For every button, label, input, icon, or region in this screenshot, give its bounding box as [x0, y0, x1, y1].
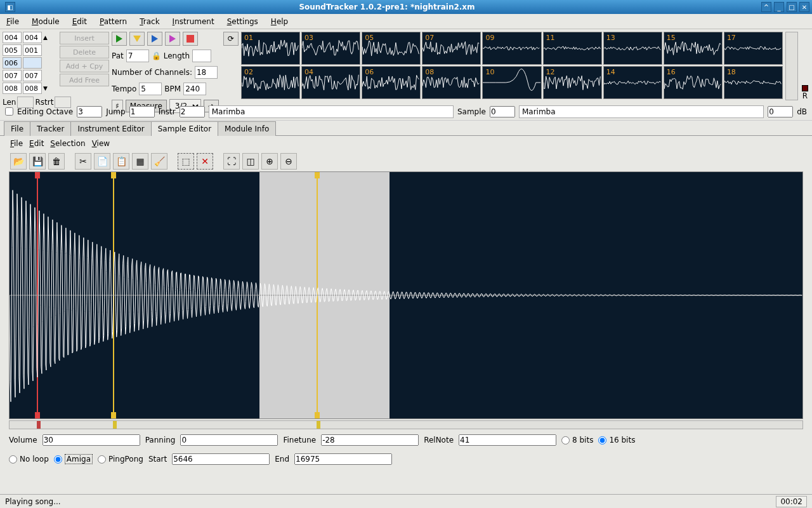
pattern-cell-15[interactable]: 15 [664, 32, 723, 65]
add-copy-button[interactable]: Add + Cpy [60, 60, 109, 72]
menu-instrument[interactable]: Instrument [170, 16, 217, 27]
start-input[interactable] [172, 453, 270, 465]
bits8-radio[interactable]: 8 bits [561, 436, 593, 444]
pattern-cell-12[interactable]: 12 [543, 66, 602, 99]
sample-input[interactable] [490, 106, 515, 117]
pattern-cell-10[interactable]: 10 [482, 66, 541, 99]
order-pat-3[interactable] [23, 70, 42, 81]
channels-input[interactable] [195, 66, 218, 79]
window-raise-icon[interactable]: ^ [761, 2, 771, 12]
pattern-cell-05[interactable]: 05 [362, 32, 421, 65]
clean-icon[interactable]: 🧹 [151, 153, 167, 170]
instr-name-input[interactable] [209, 105, 454, 118]
delete-button[interactable]: Delete [60, 46, 109, 58]
db-input[interactable] [768, 106, 793, 117]
sample-menu-edit[interactable]: Edit [29, 139, 44, 148]
length-input[interactable] [192, 50, 211, 62]
pat-input[interactable] [126, 50, 149, 62]
pattern-cell-14[interactable]: 14 [603, 66, 662, 99]
window-close-icon[interactable]: ✕ [799, 2, 809, 12]
select-icon[interactable]: ⬚ [178, 153, 194, 170]
menu-settings[interactable]: Settings [225, 16, 261, 27]
order-pos-4[interactable] [3, 83, 22, 94]
add-free-button[interactable]: Add Free [60, 74, 109, 86]
sample-menu-file[interactable]: File [10, 139, 23, 148]
pattern-cell-02[interactable]: 02 [241, 66, 300, 99]
zoom-fit-icon[interactable]: ⛶ [223, 153, 240, 170]
order-pat-0[interactable] [23, 32, 42, 43]
tempo-input[interactable] [139, 83, 162, 95]
calendar-icon[interactable]: ▦ [132, 153, 148, 170]
panning-input[interactable] [180, 434, 278, 446]
tab-file[interactable]: File [4, 121, 30, 136]
cut-icon[interactable]: ✂ [75, 153, 91, 170]
stop-button[interactable] [183, 32, 198, 46]
bpm-input[interactable] [183, 83, 206, 95]
delete-icon[interactable]: 🗑 [48, 153, 65, 170]
window-menu-icon[interactable]: ◧ [5, 2, 15, 12]
pattern-cell-06[interactable]: 06 [362, 66, 421, 99]
tab-module-info[interactable]: Module Info [218, 121, 276, 136]
menu-module[interactable]: Module [29, 16, 62, 27]
noloop-radio[interactable]: No loop [9, 455, 49, 464]
play-from-button[interactable] [147, 32, 162, 46]
insert-button[interactable]: Insert [60, 32, 109, 44]
end-input[interactable] [294, 453, 392, 465]
refresh-button[interactable]: ⟳ [223, 32, 239, 46]
len-input[interactable] [17, 97, 34, 108]
pattern-cell-01[interactable]: 01 [241, 32, 300, 65]
pattern-cell-16[interactable]: 16 [664, 66, 723, 99]
sample-menu-selection[interactable]: Selection [50, 139, 85, 148]
menu-file[interactable]: File [4, 16, 22, 27]
play-pattern-button[interactable] [129, 32, 145, 46]
octave-input[interactable] [77, 106, 102, 117]
amiga-radio[interactable]: Amiga [54, 454, 93, 464]
instr-input[interactable] [180, 106, 205, 117]
menu-track[interactable]: Track [137, 16, 162, 27]
zoom-sel-icon[interactable]: ◫ [242, 153, 259, 170]
save-icon[interactable]: 💾 [29, 153, 46, 170]
paste-icon[interactable]: 📋 [113, 153, 129, 170]
select-none-icon[interactable]: ✕ [197, 153, 213, 170]
order-pos-1[interactable] [3, 44, 22, 56]
bits16-radio[interactable]: 16 bits [598, 436, 635, 444]
menu-help[interactable]: Help [268, 16, 291, 27]
tab-tracker[interactable]: Tracker [30, 121, 71, 136]
pattern-cell-08[interactable]: 08 [422, 66, 481, 99]
copy-icon[interactable]: 📄 [94, 153, 110, 170]
order-pos-2[interactable] [3, 57, 22, 69]
window-minimize-icon[interactable]: _ [774, 2, 784, 12]
sample-name-input[interactable] [519, 105, 764, 118]
menu-edit[interactable]: Edit [70, 16, 89, 27]
relnote-input[interactable] [459, 434, 556, 446]
waveform-scrollbar[interactable] [9, 420, 803, 429]
tab-instrument-editor[interactable]: Instrument Editor [70, 121, 151, 136]
window-maximize-icon[interactable]: □ [787, 2, 797, 12]
order-pat-1[interactable] [23, 44, 42, 56]
jump-input[interactable] [129, 106, 155, 117]
pattern-cell-11[interactable]: 11 [543, 32, 602, 65]
finetune-input[interactable] [321, 434, 419, 446]
lock-icon[interactable]: 🔒 [152, 51, 161, 60]
pattern-cell-13[interactable]: 13 [603, 32, 662, 65]
order-pos-0[interactable] [3, 32, 22, 43]
volume-input[interactable] [43, 434, 140, 446]
zoom-out-icon[interactable]: ⊖ [280, 153, 297, 170]
pattern-cell-07[interactable]: 07 [422, 32, 481, 65]
pattern-cell-09[interactable]: 09 [482, 32, 541, 65]
pattern-cell-03[interactable]: 03 [301, 32, 360, 65]
zoom-in-icon[interactable]: ⊕ [261, 153, 278, 170]
pattern-cell-17[interactable]: 17 [724, 32, 783, 65]
pattern-cell-04[interactable]: 04 [301, 66, 360, 99]
open-icon[interactable]: 📂 [10, 153, 27, 170]
sample-menu-view[interactable]: View [92, 139, 110, 148]
play-loop-button[interactable] [165, 32, 180, 46]
order-pat-2[interactable] [23, 57, 42, 69]
pingpong-radio[interactable]: PingPong [98, 455, 143, 464]
menu-pattern[interactable]: Pattern [97, 16, 129, 27]
sample-waveform[interactable] [9, 171, 803, 419]
order-pos-3[interactable] [3, 70, 22, 81]
order-pat-4[interactable] [23, 83, 42, 94]
tab-sample-editor[interactable]: Sample Editor [151, 121, 218, 136]
play-song-button[interactable] [112, 32, 127, 46]
